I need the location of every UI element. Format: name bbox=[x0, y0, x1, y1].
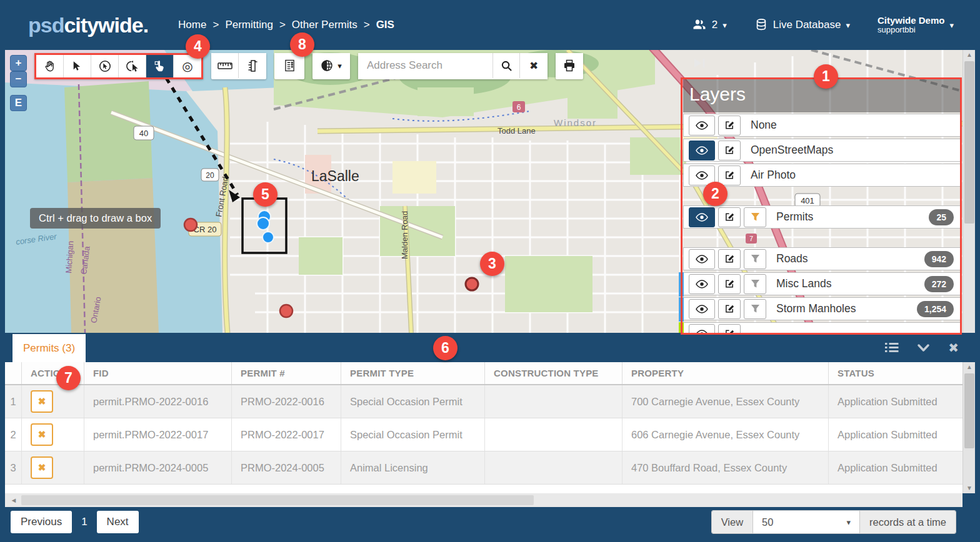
remove-result-button[interactable]: ✖ bbox=[31, 456, 53, 479]
layer-color-stripe bbox=[679, 272, 684, 297]
results-tab-bar: Permits (3) ✖ bbox=[5, 333, 975, 362]
layer-filter-button[interactable] bbox=[744, 249, 766, 269]
print-button[interactable] bbox=[556, 53, 583, 78]
selection-tools-group: ◎ bbox=[34, 53, 203, 79]
layer-visibility-toggle[interactable] bbox=[689, 249, 715, 269]
previous-page-button[interactable]: Previous bbox=[11, 511, 72, 533]
col-property[interactable]: PROPERTY bbox=[622, 362, 829, 384]
layer-visibility-toggle[interactable] bbox=[689, 140, 715, 160]
records-per-page-value: 50 bbox=[762, 516, 773, 528]
table-row[interactable]: 3 ✖ permit.PRMO-2024-0005 PRMO-2024-0005… bbox=[5, 451, 962, 485]
database-menu[interactable]: Live Database ▾ bbox=[754, 17, 850, 32]
account-info: Citywide Demo supportbbi bbox=[878, 15, 945, 35]
scroll-up-arrow[interactable]: ▲ bbox=[963, 50, 976, 60]
remove-result-button[interactable]: ✖ bbox=[31, 423, 53, 446]
zoom-in-button[interactable]: + bbox=[10, 55, 27, 71]
layer-visibility-toggle[interactable] bbox=[689, 116, 715, 136]
tab-permits[interactable]: Permits (3) bbox=[12, 334, 86, 362]
layer-visibility-toggle[interactable] bbox=[689, 207, 715, 227]
close-icon: ✖ bbox=[948, 340, 959, 355]
layer-filter-button[interactable] bbox=[744, 299, 766, 319]
layer-filter-button[interactable] bbox=[744, 207, 766, 227]
layer-edit-button[interactable] bbox=[718, 140, 741, 160]
address-search-input[interactable] bbox=[358, 53, 492, 78]
cell-fid: permit.PRMO-2024-0005 bbox=[84, 451, 232, 484]
layer-count-badge: 25 bbox=[929, 209, 954, 225]
results-list-icon[interactable] bbox=[885, 342, 899, 353]
layer-label: Air Photo bbox=[751, 169, 796, 182]
select-lasso-tool-button[interactable] bbox=[119, 55, 146, 77]
active-users-count: 2 bbox=[712, 19, 718, 31]
row-number: 1 bbox=[5, 385, 22, 418]
annotation-badge-7: 7 bbox=[56, 366, 81, 390]
remove-result-button[interactable]: ✖ bbox=[31, 390, 53, 413]
map-scrollbar[interactable]: ▲ bbox=[962, 50, 975, 333]
col-fid[interactable]: FID bbox=[84, 362, 232, 384]
active-users-menu[interactable]: 2 ▾ bbox=[692, 18, 727, 32]
edit-icon bbox=[724, 170, 735, 180]
map-label-windsor: Windsor bbox=[554, 117, 597, 128]
clear-search-button[interactable]: ✖ bbox=[520, 53, 548, 78]
layer-edit-button[interactable] bbox=[718, 324, 741, 333]
layer-visibility-toggle[interactable] bbox=[689, 274, 715, 294]
scroll-down-arrow[interactable]: ▼ bbox=[963, 483, 976, 493]
layer-edit-button[interactable] bbox=[718, 207, 741, 227]
breadcrumb-separator: > bbox=[364, 19, 370, 31]
pan-tool-button[interactable] bbox=[36, 55, 64, 77]
breadcrumb-link[interactable]: Permitting bbox=[225, 19, 273, 31]
collapse-panel-icon[interactable] bbox=[693, 57, 707, 69]
logo-dot: . bbox=[143, 13, 148, 37]
app-logo[interactable]: psdcitywide. bbox=[28, 13, 148, 37]
select-circle-tool-button[interactable] bbox=[91, 55, 119, 77]
measure-area-button[interactable] bbox=[239, 53, 266, 78]
layer-filter-button[interactable] bbox=[744, 274, 766, 294]
next-page-button[interactable]: Next bbox=[97, 511, 139, 533]
scrollbar-thumb[interactable] bbox=[964, 61, 974, 224]
layer-edit-button[interactable] bbox=[718, 274, 741, 294]
table-row[interactable]: 1 ✖ permit.PRMO-2022-0016 PRMO-2022-0016… bbox=[5, 385, 962, 418]
breadcrumb-link[interactable]: Home bbox=[178, 19, 206, 31]
row-number: 3 bbox=[5, 451, 22, 484]
layer-color-stripe bbox=[679, 297, 684, 322]
search-icon bbox=[501, 60, 512, 72]
table-scrollbar[interactable]: ▲ ▼ bbox=[962, 362, 975, 493]
zoom-out-button[interactable]: − bbox=[10, 71, 27, 87]
collapse-results-button[interactable] bbox=[918, 344, 929, 352]
select-by-point-tool-button[interactable] bbox=[146, 55, 174, 77]
layer-visibility-toggle[interactable] bbox=[689, 324, 715, 333]
layer-edit-button[interactable] bbox=[718, 165, 741, 185]
form-list-icon bbox=[284, 59, 295, 72]
extent-button[interactable]: E bbox=[10, 95, 27, 111]
filter-icon bbox=[751, 212, 760, 222]
breadcrumb-link[interactable]: Other Permits bbox=[292, 19, 358, 31]
scroll-left-arrow[interactable]: ◄ bbox=[8, 493, 20, 507]
cell-permit-type: Special Occasion Permit bbox=[341, 385, 485, 418]
col-permit-number[interactable]: PERMIT # bbox=[232, 362, 341, 384]
close-icon: ✖ bbox=[38, 462, 46, 473]
basemap-dropdown-button[interactable]: ▾ bbox=[312, 53, 350, 78]
layer-edit-button[interactable] bbox=[718, 249, 741, 269]
cell-fid: permit.PRMO-2022-0017 bbox=[84, 418, 232, 451]
col-permit-type[interactable]: PERMIT TYPE bbox=[341, 362, 485, 384]
select-tool-button[interactable] bbox=[64, 55, 91, 77]
layer-edit-button[interactable] bbox=[718, 299, 741, 319]
close-results-button[interactable]: ✖ bbox=[948, 340, 959, 355]
cell-permit-number: PRMO-2022-0016 bbox=[232, 385, 341, 418]
scroll-up-arrow[interactable]: ▲ bbox=[963, 362, 976, 372]
records-per-page-select[interactable]: 50 ▾ bbox=[753, 511, 859, 533]
address-search-button[interactable] bbox=[492, 53, 520, 78]
scrollbar-thumb[interactable] bbox=[21, 495, 534, 505]
results-table: ACTIONS FID PERMIT # PERMIT TYPE CONSTRU… bbox=[5, 362, 962, 493]
layer-visibility-toggle[interactable] bbox=[689, 299, 715, 319]
measure-distance-button[interactable] bbox=[211, 53, 239, 78]
col-construction-type[interactable]: CONSTRUCTION TYPE bbox=[485, 362, 622, 384]
table-horizontal-scrollbar[interactable]: ◄ bbox=[5, 493, 962, 507]
app-window: psdcitywide. Home > Permitting > Other P… bbox=[0, 0, 980, 542]
account-menu[interactable]: Citywide Demo supportbbi ▾ bbox=[878, 15, 954, 35]
scrollbar-thumb[interactable] bbox=[964, 373, 974, 448]
table-row[interactable]: 2 ✖ permit.PRMO-2022-0017 PRMO-2022-0017… bbox=[5, 418, 962, 451]
breadcrumb-link[interactable]: GIS bbox=[376, 19, 394, 31]
col-status[interactable]: STATUS bbox=[829, 362, 962, 384]
cell-permit-type: Special Occasion Permit bbox=[341, 418, 485, 451]
layer-edit-button[interactable] bbox=[718, 116, 741, 136]
